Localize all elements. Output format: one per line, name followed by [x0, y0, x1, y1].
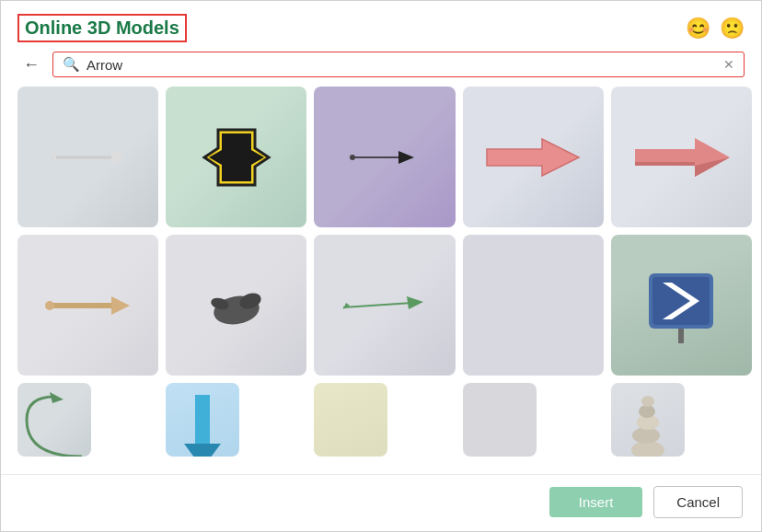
model-card[interactable]: [314, 87, 455, 227]
svg-marker-10: [635, 138, 730, 177]
back-button[interactable]: ←: [17, 53, 45, 76]
search-bar: ← 🔍 ✕: [1, 48, 761, 87]
svg-marker-27: [184, 444, 221, 457]
dialog-footer: Insert Cancel: [1, 474, 761, 531]
online-3d-models-dialog: Online 3D Models 😊 🙁 ← 🔍 ✕: [0, 0, 762, 532]
insert-button[interactable]: Insert: [549, 487, 643, 517]
model-card[interactable]: [463, 383, 537, 457]
model-card[interactable]: [17, 383, 91, 457]
svg-marker-8: [487, 139, 579, 176]
model-card[interactable]: [166, 87, 306, 227]
model-card[interactable]: [314, 383, 387, 457]
svg-rect-24: [678, 329, 684, 343]
model-card[interactable]: [611, 383, 685, 457]
svg-point-33: [641, 396, 654, 407]
dialog-header: Online 3D Models 😊 🙁: [1, 1, 761, 48]
search-input-wrapper: 🔍 ✕: [52, 52, 745, 77]
svg-marker-19: [407, 296, 423, 309]
happy-icon[interactable]: 😊: [686, 17, 710, 40]
model-grid: [17, 87, 752, 464]
svg-marker-2: [52, 152, 56, 163]
model-card[interactable]: [314, 235, 455, 376]
sad-icon[interactable]: 🙁: [720, 17, 745, 40]
model-card[interactable]: [463, 235, 604, 376]
svg-point-32: [639, 405, 655, 418]
svg-point-7: [350, 155, 355, 160]
model-card[interactable]: [611, 87, 752, 227]
clear-button[interactable]: ✕: [723, 57, 734, 72]
svg-rect-12: [47, 303, 116, 308]
content-area: [1, 87, 761, 474]
model-card[interactable]: [166, 235, 306, 376]
dialog-title: Online 3D Models: [17, 14, 187, 42]
model-card[interactable]: [17, 87, 158, 227]
svg-marker-25: [50, 392, 64, 403]
search-input[interactable]: [87, 57, 720, 73]
svg-rect-22: [652, 277, 710, 325]
header-icons: 😊 🙁: [686, 17, 745, 40]
grid-scroll[interactable]: [17, 87, 757, 474]
svg-marker-6: [398, 151, 414, 164]
svg-marker-13: [111, 296, 130, 315]
svg-line-18: [343, 303, 412, 307]
model-card[interactable]: [166, 383, 239, 457]
svg-marker-1: [111, 150, 125, 165]
model-card[interactable]: [463, 87, 604, 227]
search-icon: 🔍: [63, 56, 80, 73]
model-card[interactable]: [17, 235, 158, 376]
cancel-button[interactable]: Cancel: [653, 486, 743, 518]
svg-point-14: [45, 301, 54, 310]
model-card[interactable]: [611, 235, 752, 376]
svg-marker-20: [343, 303, 350, 309]
svg-rect-26: [195, 395, 210, 445]
